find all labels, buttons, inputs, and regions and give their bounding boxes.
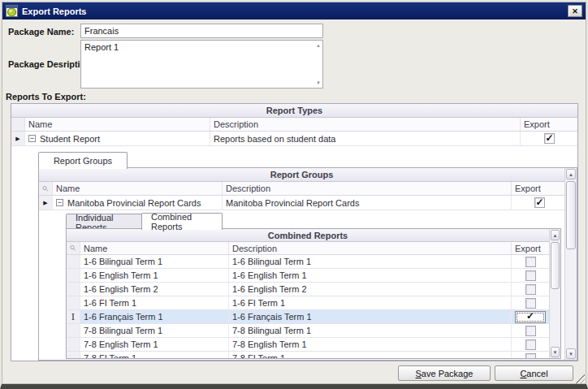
report-groups-column-headers: Name Description Export [39,182,564,196]
column-header-export[interactable]: Export [521,118,577,131]
tab-report-groups[interactable]: Report Groups [38,152,128,169]
column-header-description[interactable]: Description [223,182,512,195]
collapse-icon[interactable]: − [56,199,63,206]
scroll-down-icon[interactable]: ▼ [566,348,576,359]
export-checkbox[interactable]: ✓ [534,197,545,208]
column-header-description[interactable]: Description [229,242,512,254]
export-checkbox[interactable]: ✓ [525,270,536,281]
combined-reports-grid: Combined Reports Name Description Export [66,228,561,359]
report-groups-group-header: Report Groups [39,168,564,182]
tab-individual-reports[interactable]: Individual Reports [66,214,142,230]
save-package-button[interactable]: Save Package [398,365,491,381]
report-group-name: Manitoba Provincial Report Cards [67,198,201,208]
window-title: Export Reports [22,6,564,16]
column-header-export[interactable]: Export [512,182,564,195]
scroll-up-icon[interactable]: ▲ [566,169,576,179]
table-row[interactable]: 1-6 FI Term 1 1-6 FI Term 1 ✓ [67,296,549,310]
row-arrow-icon: ▶ [15,136,19,142]
package-description-value: Report 1 [84,42,119,52]
scroll-up-icon[interactable]: ▲ [551,230,560,240]
table-row[interactable]: 1-6 English Term 1 1-6 English Term 1 ✓ [67,269,549,283]
search-icon [42,184,49,193]
column-header-description[interactable]: Description [210,118,521,131]
search-header-cell[interactable] [39,182,53,195]
table-row[interactable]: ▶ − Student Report Reports based on stud… [11,132,577,146]
export-checkbox[interactable]: ✓ [515,311,546,323]
package-name-label: Package Name: [8,27,74,37]
export-checkbox[interactable]: ✓ [525,257,536,267]
export-checkbox[interactable]: ✓ [525,284,536,295]
export-checkbox[interactable]: ✓ [525,353,536,359]
report-groups-scrollbar[interactable]: ▲ ▼ [564,168,577,360]
scrollbar-thumb[interactable] [551,242,560,289]
export-checkbox[interactable]: ✓ [544,133,555,144]
title-bar[interactable]: Export Reports ✕ [2,2,586,19]
close-icon[interactable]: ✕ [568,5,582,17]
package-name-input[interactable]: Francais [80,24,323,38]
scroll-down-icon[interactable]: ▼ [551,347,560,357]
column-header-name[interactable]: Name [53,182,223,195]
resize-grip[interactable] [574,373,585,383]
report-groups-grid: Report Groups Name Description Export ▶ … [38,167,577,361]
cancel-button[interactable]: Cancel [495,365,573,381]
search-icon [70,244,76,253]
scrollbar-thumb[interactable] [566,181,576,249]
report-types-grid: Report Types Name Description Export ▶ −… [11,103,578,361]
report-groups-detail: Report Groups Report Groups Name Descrip… [38,152,577,361]
export-checkbox[interactable]: ✓ [525,339,536,350]
row-indicator-header [11,118,25,131]
table-row[interactable]: 1-6 Bilingual Term 1 1-6 Bilingual Term … [67,255,549,269]
combined-reports-detail: Individual Reports Combined Reports Comb… [66,213,561,360]
table-row-partial[interactable]: 7-8 FI Term 1 7-8 FI Term 1 ✓ [67,352,549,358]
reports-to-export-label: Reports To Export: [6,92,86,102]
scroll-up-icon[interactable]: ▲ [316,43,321,48]
table-row-selected[interactable]: I 1-6 Français Term 1 1-6 Français Term … [67,310,549,324]
table-row[interactable]: ▶ − Manitoba Provincial Report Cards Man… [39,196,564,210]
text-cursor-icon: I [71,312,75,322]
scroll-down-icon[interactable]: ▼ [316,80,321,85]
export-checkbox[interactable]: ✓ [525,298,536,309]
table-row[interactable]: 7-8 Bilingual Term 1 7-8 Bilingual Term … [67,324,549,338]
row-arrow-icon: ▶ [43,200,47,206]
collapse-icon[interactable]: − [28,135,36,142]
combined-reports-group-header: Combined Reports [67,229,549,242]
column-header-name[interactable]: Name [25,118,210,131]
table-row[interactable]: 7-8 English Term 1 7-8 English Term 1 ✓ [67,338,549,352]
column-header-export[interactable]: Export [512,242,549,254]
report-group-description: Manitoba Provincial Report Cards [223,196,512,210]
table-row[interactable]: 1-6 English Term 2 1-6 English Term 2 ✓ [67,283,549,296]
tab-combined-reports[interactable]: Combined Reports [141,213,223,230]
search-header-cell[interactable] [67,242,80,254]
report-type-description: Reports based on student data [210,132,521,146]
report-type-name: Student Report [40,134,100,144]
package-description-textarea[interactable]: Report 1 ▲ ▼ [80,40,323,89]
combined-reports-column-headers: Name Description Export [67,242,549,255]
column-header-name[interactable]: Name [80,242,229,254]
report-types-group-header: Report Types [11,104,577,118]
report-types-column-headers: Name Description Export [11,118,577,132]
combined-reports-scrollbar[interactable]: ▲ ▼ [549,229,560,358]
app-icon [6,5,18,17]
export-checkbox[interactable]: ✓ [525,326,536,336]
export-reports-dialog: Export Reports ✕ Package Name: Francais … [0,0,588,389]
